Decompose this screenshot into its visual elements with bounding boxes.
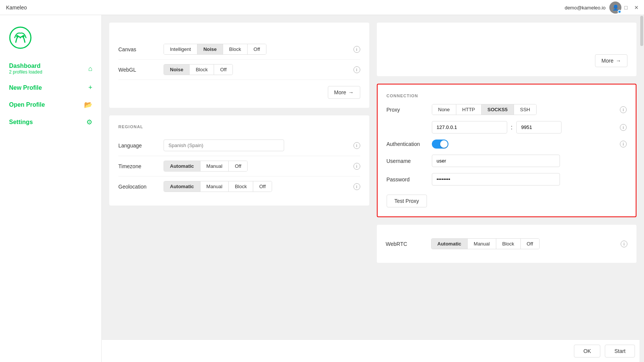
webrtc-manual-btn[interactable]: Manual	[468, 239, 496, 249]
webrtc-info-icon[interactable]: i	[621, 241, 627, 247]
right-panel: More → CONNECTION Proxy None HTTP SOCKS5…	[377, 15, 644, 362]
avatar-online-dot	[618, 10, 621, 14]
canvas-noise-btn[interactable]: Noise	[197, 44, 223, 54]
language-controls	[164, 140, 353, 151]
folder-icon: 📂	[84, 101, 92, 109]
timezone-info-icon[interactable]: i	[353, 163, 360, 170]
ip-input[interactable]	[432, 121, 507, 133]
dashboard-sub: 2 profiles loaded	[9, 69, 42, 75]
settings-icon: ⚙	[86, 118, 92, 126]
language-info-icon[interactable]: i	[353, 142, 360, 149]
regional-header: REGIONAL	[118, 124, 360, 129]
webrtc-btn-group: Automatic Manual Block Off	[431, 238, 540, 249]
new-profile-label: New Profile	[9, 84, 42, 91]
username-row: Username	[387, 155, 627, 167]
webgl-info-icon[interactable]: i	[353, 66, 360, 73]
canvas-row: Canvas Intelligent Noise Block Off i	[118, 39, 360, 60]
proxy-http-btn[interactable]: HTTP	[456, 104, 482, 115]
canvas-info-icon[interactable]: i	[353, 46, 360, 53]
more-button[interactable]: More →	[328, 86, 360, 99]
home-icon: ⌂	[88, 65, 92, 73]
proxy-label: Proxy	[387, 107, 432, 113]
regional-card: REGIONAL Language i Timezone Automatic	[109, 115, 369, 206]
geolocation-row: Geolocation Automatic Manual Block Off i	[118, 176, 360, 196]
timezone-manual-btn[interactable]: Manual	[200, 161, 229, 171]
webgl-label: WebGL	[118, 67, 164, 73]
minimize-button[interactable]: —	[612, 5, 618, 11]
proxy-info-icon[interactable]: i	[620, 106, 627, 113]
canvas-block-btn[interactable]: Block	[223, 44, 248, 54]
geolocation-off-btn[interactable]: Off	[253, 181, 272, 192]
sidebar-nav: Dashboard 2 profiles loaded ⌂ New Profil…	[0, 58, 101, 131]
app-layout: Dashboard 2 profiles loaded ⌂ New Profil…	[0, 15, 644, 362]
canvas-off-btn[interactable]: Off	[248, 44, 266, 54]
auth-toggle[interactable]	[432, 140, 448, 149]
webrtc-row: WebRTC Automatic Manual Block Off i	[386, 234, 628, 254]
proxy-ssh-btn[interactable]: SSH	[514, 104, 536, 115]
geolocation-label: Geolocation	[118, 184, 164, 190]
titlebar-controls: — □ ✕	[612, 5, 639, 11]
auth-info-icon[interactable]: i	[620, 141, 627, 147]
proxy-none-btn[interactable]: None	[432, 104, 456, 115]
connection-header: CONNECTION	[387, 94, 627, 98]
titlebar: Kameleo demo@kameleo.io 👤 — □ ✕	[0, 0, 644, 15]
arrow-right-icon: →	[349, 89, 354, 95]
webrtc-block-btn[interactable]: Block	[496, 239, 521, 249]
canvas-btn-group: Intelligent Noise Block Off	[164, 44, 266, 55]
bottom-bar: OK Start	[102, 339, 644, 362]
timezone-label: Timezone	[118, 163, 164, 169]
authentication-row: Authentication i	[387, 140, 627, 149]
test-proxy-button[interactable]: Test Proxy	[387, 195, 427, 207]
language-input[interactable]	[164, 140, 284, 151]
scrollbar-thumb[interactable]	[640, 16, 643, 46]
geolocation-controls: Automatic Manual Block Off	[164, 181, 353, 192]
geolocation-block-btn[interactable]: Block	[229, 181, 253, 192]
webrtc-label: WebRTC	[386, 241, 431, 247]
geolocation-manual-btn[interactable]: Manual	[200, 181, 229, 192]
ip-info-icon[interactable]: i	[620, 124, 627, 131]
webgl-block-btn[interactable]: Block	[190, 64, 214, 75]
ok-button[interactable]: OK	[574, 345, 600, 357]
close-button[interactable]: ✕	[633, 5, 639, 11]
port-input[interactable]	[516, 121, 561, 133]
webrtc-automatic-btn[interactable]: Automatic	[431, 239, 468, 249]
sidebar: Dashboard 2 profiles loaded ⌂ New Profil…	[0, 15, 102, 362]
maximize-button[interactable]: □	[623, 5, 629, 11]
username-input[interactable]	[432, 155, 560, 167]
sidebar-logo	[0, 23, 101, 58]
language-label: Language	[118, 143, 164, 149]
password-label: Password	[387, 176, 432, 183]
scrollbar[interactable]	[639, 15, 644, 362]
sidebar-item-settings[interactable]: Settings ⚙	[0, 114, 101, 131]
proxy-socks5-btn[interactable]: SOCKS5	[482, 104, 514, 115]
canvas-controls: Intelligent Noise Block Off	[164, 44, 353, 55]
start-button[interactable]: Start	[605, 345, 635, 357]
dashboard-label: Dashboard	[9, 63, 42, 69]
sidebar-item-new-profile[interactable]: New Profile +	[0, 79, 101, 96]
webrtc-off-btn[interactable]: Off	[521, 239, 539, 249]
svg-point-1	[16, 35, 18, 37]
user-email: demo@kameleo.io	[564, 5, 606, 11]
more-btn-container: More →	[118, 80, 360, 99]
settings-label: Settings	[9, 119, 33, 126]
geolocation-info-icon[interactable]: i	[353, 183, 360, 190]
colon-separator: :	[507, 124, 516, 131]
webrtc-card: WebRTC Automatic Manual Block Off i	[377, 225, 637, 263]
kameleo-logo-icon	[9, 26, 32, 49]
timezone-automatic-btn[interactable]: Automatic	[164, 161, 200, 171]
right-more-button[interactable]: More →	[595, 54, 627, 67]
timezone-off-btn[interactable]: Off	[229, 161, 247, 171]
language-row: Language i	[118, 135, 360, 156]
webrtc-controls: Automatic Manual Block Off	[431, 238, 621, 249]
ip-port-row: : i	[387, 121, 627, 133]
sidebar-item-dashboard[interactable]: Dashboard 2 profiles loaded ⌂	[0, 58, 101, 79]
geolocation-automatic-btn[interactable]: Automatic	[164, 181, 200, 192]
sidebar-item-open-profile[interactable]: Open Profile 📂	[0, 96, 101, 114]
canvas-intelligent-btn[interactable]: Intelligent	[164, 44, 197, 54]
password-input[interactable]	[432, 173, 560, 186]
webgl-noise-btn[interactable]: Noise	[164, 64, 190, 75]
webgl-off-btn[interactable]: Off	[214, 64, 233, 75]
proxy-row: Proxy None HTTP SOCKS5 SSH i	[387, 104, 627, 115]
timezone-btn-group: Automatic Manual Off	[164, 161, 248, 172]
connection-card: CONNECTION Proxy None HTTP SOCKS5 SSH i …	[377, 84, 637, 217]
